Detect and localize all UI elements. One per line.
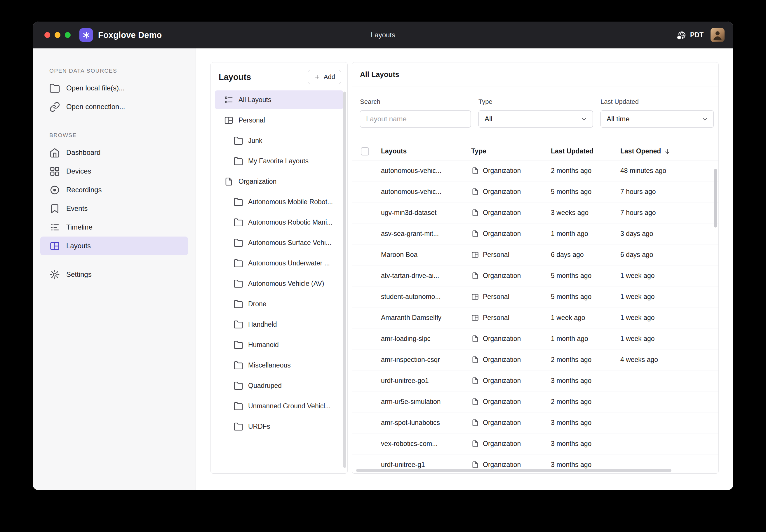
folder-icon (234, 197, 243, 207)
table-row[interactable]: arm-ur5e-simulationOrganization2 months … (352, 391, 718, 412)
avatar[interactable] (711, 28, 725, 42)
layout-tree-item-autonomous-surface-vehi[interactable]: Autonomous Surface Vehi... (215, 233, 343, 252)
sidebar-item-label: Settings (66, 270, 92, 279)
table-row[interactable]: Maroon BoaPersonal6 days ago6 days ago (352, 244, 718, 265)
table-row[interactable]: vex-robotics-com...Organization3 months … (352, 433, 718, 454)
table-vertical-scrollbar-thumb[interactable] (714, 169, 717, 227)
chevron-down-icon (580, 115, 588, 123)
layout-tree-item-personal[interactable]: Personal (215, 111, 343, 129)
sidebar-item-settings[interactable]: Settings (40, 265, 188, 284)
layout-tree-item-drone[interactable]: Drone (215, 295, 343, 313)
type-label: Organization (483, 167, 521, 175)
last-updated-cell: 2 months ago (551, 398, 620, 406)
table-row[interactable]: autonomous-vehic...Organization2 months … (352, 160, 718, 181)
table-row[interactable]: urdf-unitree-go1Organization3 months ago (352, 370, 718, 391)
sidebar-item-dashboard[interactable]: Dashboard (40, 143, 188, 162)
add-button-label: Add (324, 73, 335, 81)
sidebar-item-layouts[interactable]: Layouts (40, 237, 188, 255)
grid-icon (49, 166, 60, 177)
layout-tree-item-humanoid[interactable]: Humanoid (215, 335, 343, 354)
table-row[interactable]: Amaranth DamselflyPersonal1 week ago1 we… (352, 307, 718, 328)
table-row[interactable]: atv-tartan-drive-ai...Organization5 mont… (352, 265, 718, 286)
layout-tree-item-quadruped[interactable]: Quadruped (215, 376, 343, 395)
layout-tree-item-label: All Layouts (239, 96, 272, 104)
type-cell: Personal (471, 314, 551, 322)
layout-tree-item-autonomous-vehicle-av[interactable]: Autonomous Vehicle (AV) (215, 274, 343, 293)
folder-icon (234, 279, 243, 288)
minimize-window-button[interactable] (55, 32, 60, 38)
column-header-type[interactable]: Type (471, 147, 551, 155)
organization-icon (471, 272, 479, 280)
layout-tree-item-unmanned-ground-vehicl[interactable]: Unmanned Ground Vehicl... (215, 397, 343, 415)
folder-icon (234, 258, 243, 268)
sidebar-item-label: Timeline (66, 223, 92, 231)
last-updated-cell: 5 months ago (551, 188, 620, 196)
column-header-last-opened-label: Last Opened (620, 147, 661, 155)
table-row[interactable]: amr-spot-lunaboticsOrganization3 months … (352, 412, 718, 433)
last-updated-select[interactable]: All time (601, 110, 714, 128)
all-layouts-title: All Layouts (352, 62, 718, 87)
zoom-window-button[interactable] (65, 32, 71, 38)
layout-tree-item-autonomous-robotic-mani[interactable]: Autonomous Robotic Mani... (215, 213, 343, 232)
last-opened-cell: 1 week ago (620, 293, 718, 301)
last-opened-cell: 1 week ago (620, 335, 718, 343)
layout-name-cell: arm-ur5e-simulation (381, 398, 471, 406)
search-filter-label: Search (360, 98, 471, 106)
layout-tree-item-urdfs[interactable]: URDFs (215, 417, 343, 436)
select-all-checkbox[interactable] (361, 147, 369, 155)
organization-icon (471, 461, 479, 469)
type-label: Organization (483, 188, 521, 196)
layout-tree-item-autonomous-underwater[interactable]: Autonomous Underwater ... (215, 254, 343, 272)
layout-tree-item-my-favorite-layouts[interactable]: My Favorite Layouts (215, 152, 343, 170)
timeline-icon (49, 222, 60, 233)
table-horizontal-scrollbar-thumb[interactable] (356, 469, 671, 472)
column-header-last-updated[interactable]: Last Updated (551, 147, 620, 155)
sidebar-item-events[interactable]: Events (40, 199, 188, 218)
layout-name-search-input[interactable] (360, 110, 471, 128)
sidebar-item-timeline[interactable]: Timeline (40, 218, 188, 237)
type-select[interactable]: All (478, 110, 593, 128)
add-layout-button[interactable]: Add (308, 70, 341, 84)
type-cell: Organization (471, 461, 551, 469)
table-row[interactable]: asv-sea-grant-mit...Organization1 month … (352, 223, 718, 244)
table-row[interactable]: ugv-min3d-datasetOrganization3 weeks ago… (352, 202, 718, 223)
sidebar-item-label: Layouts (66, 242, 91, 250)
main-content: Layouts Add All LayoutsPersonalJunkMy Fa… (196, 48, 733, 490)
last-updated-select-value: All time (607, 115, 630, 123)
table-row[interactable]: amr-inspection-csqrOrganization2 months … (352, 349, 718, 370)
tree-scrollbar-thumb[interactable] (343, 92, 346, 468)
type-cell: Organization (471, 230, 551, 238)
table-row[interactable]: amr-loading-slpcOrganization1 month ago1… (352, 328, 718, 349)
sidebar-item-open-connection[interactable]: Open connection... (40, 97, 188, 116)
sidebar-item-recordings[interactable]: Recordings (40, 181, 188, 199)
layout-tree-item-autonomous-mobile-robot[interactable]: Autonomous Mobile Robot... (215, 193, 343, 211)
chevron-down-icon (701, 115, 709, 123)
sidebar-item-open-local-file-s[interactable]: Open local file(s)... (40, 79, 188, 97)
table-row[interactable]: student-autonomo...Personal5 months ago1… (352, 286, 718, 307)
sidebar-item-devices[interactable]: Devices (40, 162, 188, 181)
folder-icon (234, 320, 243, 329)
layouts-tree-panel: Layouts Add All LayoutsPersonalJunkMy Fa… (211, 62, 348, 474)
column-header-layouts[interactable]: Layouts (381, 147, 471, 155)
type-cell: Organization (471, 188, 551, 196)
layout-tree-item-label: Autonomous Vehicle (AV) (248, 280, 324, 288)
folder-icon (234, 136, 243, 146)
close-window-button[interactable] (44, 32, 50, 38)
titlebar-actions: PDT (677, 28, 725, 42)
column-header-last-opened[interactable]: Last Opened (620, 147, 718, 155)
type-cell: Organization (471, 419, 551, 427)
layout-tree-item-miscellaneous[interactable]: Miscellaneous (215, 356, 343, 375)
layout-tree-item-all-layouts[interactable]: All Layouts (215, 90, 343, 109)
type-label: Personal (483, 293, 509, 301)
organization-icon (471, 167, 479, 175)
layout-tree-item-label: Humanoid (248, 341, 279, 349)
timezone-button[interactable]: PDT (677, 31, 704, 40)
layout-name-cell: amr-loading-slpc (381, 335, 471, 343)
layout-tree-item-organization[interactable]: Organization (215, 172, 343, 191)
person-icon (712, 29, 723, 42)
layout-tree-item-handheld[interactable]: Handheld (215, 315, 343, 334)
last-updated-cell: 1 month ago (551, 230, 620, 238)
select-all-cell (361, 147, 381, 155)
layout-tree-item-junk[interactable]: Junk (215, 131, 343, 150)
table-row[interactable]: autonomous-vehic...Organization5 months … (352, 181, 718, 202)
